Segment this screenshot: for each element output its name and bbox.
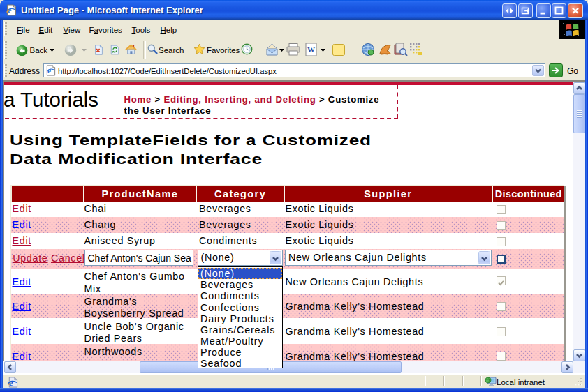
svg-text:W: W [307,45,315,54]
